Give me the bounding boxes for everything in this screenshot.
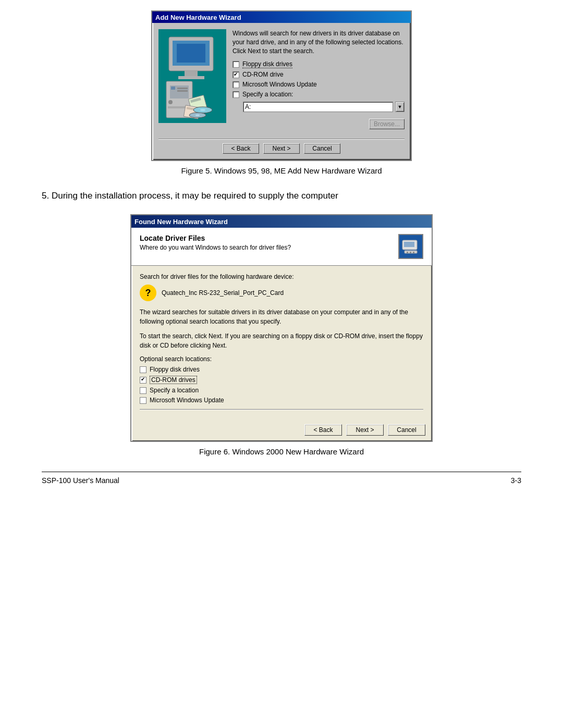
checkbox-floppy[interactable] — [232, 61, 239, 68]
svg-rect-3 — [185, 71, 198, 76]
win2k-checkbox-winupdate[interactable] — [140, 397, 146, 404]
location-input[interactable] — [243, 102, 393, 112]
win95-titlebar: Add New Hardware Wizard — [152, 11, 411, 23]
svg-rect-7 — [171, 87, 175, 90]
win95-title: Add New Hardware Wizard — [155, 14, 241, 21]
svg-point-17 — [200, 109, 205, 111]
figure5-container: Add New Hardware Wizard — [42, 10, 521, 175]
win2k-device-name: Quatech_Inc RS-232_Serial_Port_PC_Card — [162, 289, 284, 297]
win2k-header-subtitle: Where do you want Windows to search for … — [140, 244, 398, 251]
win2k-checkbox-specify[interactable] — [140, 387, 146, 394]
checkbox-cdrom[interactable] — [232, 71, 239, 78]
checkbox-row-2: CD-ROM drive — [232, 71, 405, 78]
svg-point-19 — [195, 115, 200, 116]
win95-right: Windows will search for new drivers in i… — [232, 29, 405, 133]
svg-rect-24 — [407, 252, 408, 253]
figure6-container: Found New Hardware Wizard Locate Driver … — [42, 214, 521, 456]
win2k-cancel-button[interactable]: Cancel — [388, 424, 425, 436]
win2k-description1: The wizard searches for suitable drivers… — [140, 307, 423, 326]
win2k-checkboxes: Floppy disk drives CD-ROM drives Specify… — [140, 366, 423, 404]
win2k-checkbox-cdrom[interactable] — [140, 377, 146, 384]
win2k-header-title: Locate Driver Files — [140, 234, 398, 242]
svg-rect-4 — [178, 76, 204, 79]
win2k-checkbox-floppy[interactable] — [140, 366, 146, 373]
win95-separator — [158, 139, 405, 139]
win2k-header-text: Locate Driver Files Where do you want Wi… — [140, 234, 398, 251]
win2k-separator — [140, 409, 423, 410]
checkbox-location-label: Specify a location: — [242, 91, 293, 98]
win95-checkboxes: Floppy disk drives CD-ROM drive Microsof… — [232, 60, 405, 129]
svg-rect-25 — [410, 252, 411, 253]
win95-button-row: < Back Next > Cancel — [158, 143, 405, 154]
footer-right: 3-3 — [511, 476, 521, 485]
back-button[interactable]: < Back — [223, 143, 259, 154]
win2k-checkbox-winupdate-label: Microsoft Windows Update — [150, 397, 224, 404]
win95-dialog: Add New Hardware Wizard — [151, 10, 412, 161]
footer-left: SSP-100 User's Manual — [42, 476, 119, 485]
win2k-header-icon — [398, 234, 423, 259]
win2k-checkbox-cdrom-label: CD-ROM drives — [150, 376, 197, 384]
win2k-main-area: Search for driver files for the followin… — [131, 266, 432, 421]
browse-button[interactable]: Browse... — [369, 119, 405, 129]
checkbox-winupdate-label: Microsoft Windows Update — [242, 81, 317, 88]
checkbox-cdrom-label: CD-ROM drive — [242, 71, 284, 78]
win2k-checkbox-row-4: Microsoft Windows Update — [140, 397, 423, 404]
next-button[interactable]: Next > — [263, 143, 300, 154]
section5-heading: 5. During the installation process, it m… — [42, 191, 521, 201]
win2k-button-row: < Back Next > Cancel — [131, 421, 432, 441]
win2k-device-label: Search for driver files for the followin… — [140, 273, 423, 280]
win95-body: Windows will search for new drivers in i… — [152, 23, 411, 160]
win2k-title: Found New Hardware Wizard — [134, 218, 228, 226]
win2k-checkbox-row-2: CD-ROM drives — [140, 376, 423, 384]
win2k-device-row: ? Quatech_Inc RS-232_Serial_Port_PC_Card — [140, 285, 423, 301]
figure5-caption: Figure 5. Windows 95, 98, ME Add New Har… — [181, 166, 382, 175]
figure6-caption: Figure 6. Windows 2000 New Hardware Wiza… — [199, 447, 364, 456]
win2k-checkbox-row-1: Floppy disk drives — [140, 366, 423, 373]
win2k-dialog: Found New Hardware Wizard Locate Driver … — [130, 214, 433, 442]
win95-content: Windows will search for new drivers in i… — [158, 29, 405, 133]
location-row: ▼ — [243, 102, 405, 112]
page-content: Add New Hardware Wizard — [42, 10, 521, 485]
svg-point-10 — [168, 100, 173, 104]
dropdown-arrow[interactable]: ▼ — [395, 102, 405, 112]
svg-rect-8 — [177, 88, 188, 89]
win95-illustration — [158, 29, 226, 123]
page-footer: SSP-100 User's Manual 3-3 — [42, 472, 521, 485]
win95-description: Windows will search for new drivers in i… — [232, 29, 405, 55]
question-icon: ? — [140, 285, 156, 301]
win2k-description2: To start the search, click Next. If you … — [140, 331, 423, 350]
win2k-checkbox-floppy-label: Floppy disk drives — [150, 366, 200, 373]
browse-row: Browse... — [232, 119, 405, 129]
checkbox-row-4: Specify a location: — [232, 91, 405, 98]
checkbox-floppy-label: Floppy disk drives — [242, 60, 292, 68]
win2k-optional-label: Optional search locations: — [140, 355, 423, 363]
win2k-checkbox-specify-label: Specify a location — [150, 387, 199, 394]
win2k-back-button[interactable]: < Back — [304, 424, 342, 436]
win2k-checkbox-row-3: Specify a location — [140, 387, 423, 394]
win2k-header-area: Locate Driver Files Where do you want Wi… — [131, 228, 432, 266]
checkbox-winupdate[interactable] — [232, 81, 239, 88]
svg-rect-9 — [177, 90, 188, 92]
win2k-next-button[interactable]: Next > — [346, 424, 384, 436]
checkbox-location[interactable] — [232, 91, 239, 98]
svg-rect-2 — [177, 44, 205, 63]
svg-rect-22 — [404, 242, 414, 247]
svg-rect-26 — [413, 252, 414, 253]
checkbox-row-3: Microsoft Windows Update — [232, 81, 405, 88]
checkbox-row-1: Floppy disk drives — [232, 60, 405, 68]
win2k-titlebar: Found New Hardware Wizard — [131, 215, 432, 228]
cancel-button[interactable]: Cancel — [304, 143, 340, 154]
